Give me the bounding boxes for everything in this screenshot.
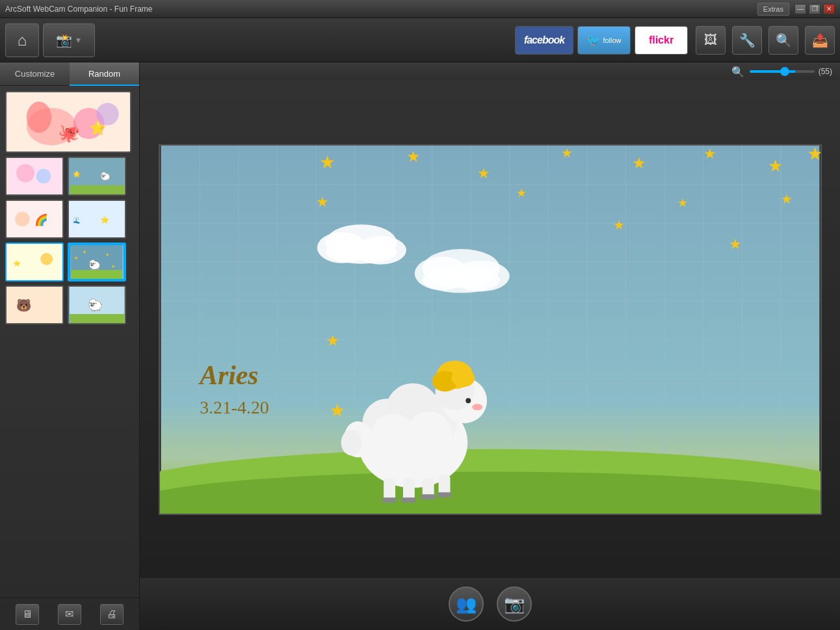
svg-text:★: ★ bbox=[729, 235, 742, 252]
thumb-art-7: ★ ★ ★ ★ 🐑 bbox=[69, 244, 125, 280]
svg-text:★: ★ bbox=[767, 156, 782, 174]
svg-text:★: ★ bbox=[703, 146, 716, 162]
svg-point-9 bbox=[36, 169, 51, 183]
svg-rect-110 bbox=[402, 478, 414, 501]
thumb-row-5: 🐻 🐑 bbox=[5, 285, 134, 324]
sidebar-bottom: 🖥 ✉ 🖨 bbox=[0, 597, 139, 630]
flickr-button[interactable]: flickr bbox=[635, 26, 688, 55]
thumbnail-5[interactable]: 🌊 ⭐ bbox=[68, 200, 126, 239]
svg-text:★: ★ bbox=[477, 164, 490, 181]
mail-icon: ✉ bbox=[65, 608, 73, 620]
camera-icon: 📷 bbox=[504, 594, 525, 614]
toolbar: ⌂ 📸 ▼ facebook 🐦 follow flickr 🖼 🔧 🔍 📤 bbox=[0, 18, 840, 62]
restore-button[interactable]: ❐ bbox=[809, 4, 820, 14]
content-area: 🔍 (55) bbox=[140, 62, 840, 630]
svg-text:★: ★ bbox=[780, 192, 792, 206]
zoom-icon: 🔍 bbox=[776, 33, 792, 48]
thumbnail-9[interactable]: 🐑 bbox=[68, 285, 126, 324]
group-action-button[interactable]: 👥 bbox=[449, 586, 484, 622]
svg-text:🐻: 🐻 bbox=[16, 298, 32, 313]
svg-text:★: ★ bbox=[315, 194, 328, 210]
print-icon: 🖨 bbox=[107, 609, 117, 620]
svg-rect-33 bbox=[70, 314, 124, 323]
twitter-icon: 🐦 bbox=[586, 33, 601, 47]
thumbnail-4[interactable]: 🌈 bbox=[5, 200, 64, 239]
thumbnail-1[interactable]: 🐙 ⭐ bbox=[5, 91, 131, 153]
sidebar-tabs: Customize Random bbox=[0, 62, 139, 86]
minimize-button[interactable]: — bbox=[794, 4, 806, 14]
twitter-button[interactable]: 🐦 follow bbox=[577, 26, 631, 55]
svg-text:★: ★ bbox=[111, 264, 115, 269]
svg-point-118 bbox=[341, 429, 361, 455]
thumb-art-4: 🌈 bbox=[7, 201, 62, 237]
frame-preview: ★ ★ ★ ★ ★ ★ ★ ★ ★ ★ ★ ★ ★ ★ ★ bbox=[159, 144, 822, 515]
home-icon: ⌂ bbox=[18, 31, 27, 49]
action-bar: 👥 📷 bbox=[140, 578, 840, 630]
photo-icon: 🖼 bbox=[704, 33, 717, 47]
mail-button[interactable]: ✉ bbox=[58, 604, 81, 625]
share-button[interactable]: 📤 bbox=[805, 26, 835, 55]
thumbnail-grid: 🐙 ⭐ bbox=[0, 86, 139, 597]
svg-rect-11 bbox=[70, 185, 124, 194]
thumbnail-8[interactable]: 🐻 bbox=[5, 285, 64, 324]
svg-point-89 bbox=[422, 267, 499, 293]
svg-text:★: ★ bbox=[561, 146, 573, 160]
svg-text:★: ★ bbox=[677, 196, 687, 209]
svg-rect-116 bbox=[437, 492, 451, 497]
svg-text:★: ★ bbox=[74, 256, 78, 260]
share-icon: 📤 bbox=[812, 33, 828, 48]
extras-button[interactable]: Extras bbox=[757, 3, 789, 16]
svg-point-107 bbox=[466, 398, 471, 403]
thumb-art-3: 🌟 🐑 bbox=[69, 158, 125, 194]
svg-rect-113 bbox=[382, 497, 397, 503]
svg-text:Aries: Aries bbox=[198, 360, 258, 390]
zoom-slider[interactable] bbox=[750, 70, 815, 73]
frame-svg: ★ ★ ★ ★ ★ ★ ★ ★ ★ ★ ★ ★ ★ ★ ★ bbox=[160, 146, 820, 514]
svg-rect-30 bbox=[7, 287, 62, 323]
svg-text:★: ★ bbox=[319, 151, 335, 172]
settings-button[interactable]: 🔧 bbox=[732, 26, 762, 55]
home-button[interactable]: ⌂ bbox=[5, 23, 39, 57]
settings-icon: 🔧 bbox=[739, 33, 755, 48]
thumbnail-7[interactable]: ★ ★ ★ ★ 🐑 bbox=[68, 243, 126, 282]
svg-point-8 bbox=[16, 164, 34, 182]
window-controls: — ❐ ✕ bbox=[794, 4, 835, 14]
thumbnail-2[interactable] bbox=[5, 157, 64, 196]
close-button[interactable]: ✕ bbox=[823, 4, 835, 14]
svg-point-15 bbox=[15, 212, 29, 226]
photo-upload-button[interactable]: 🖼 bbox=[696, 26, 726, 55]
sidebar: Customize Random 🐙 bbox=[0, 62, 140, 630]
capture-icon: 📸 bbox=[56, 33, 72, 48]
thumb-row-1: 🐙 ⭐ bbox=[5, 91, 134, 153]
svg-point-2 bbox=[27, 101, 51, 133]
monitor-button[interactable]: 🖥 bbox=[16, 604, 39, 625]
tab-customize[interactable]: Customize bbox=[0, 62, 70, 86]
print-button[interactable]: 🖨 bbox=[100, 604, 124, 625]
thumb-art-2 bbox=[7, 158, 62, 194]
flickr-label: flickr bbox=[649, 34, 674, 46]
zoom-slider-container: (55) bbox=[750, 67, 832, 76]
capture-button[interactable]: 📸 ▼ bbox=[43, 23, 95, 57]
camera-action-button[interactable]: 📷 bbox=[497, 586, 532, 622]
svg-rect-93 bbox=[161, 497, 819, 514]
thumb-row-4: ⭐ ★ ★ ★ ★ 🐑 bbox=[5, 243, 134, 282]
zoom-value: (55) bbox=[819, 67, 832, 76]
facebook-label: facebook bbox=[524, 34, 564, 46]
svg-rect-114 bbox=[401, 497, 415, 503]
svg-text:🌟: 🌟 bbox=[73, 170, 81, 178]
zoom-search-button[interactable]: 🔍 bbox=[768, 26, 798, 55]
svg-point-22 bbox=[40, 253, 53, 265]
svg-point-108 bbox=[472, 404, 482, 410]
svg-text:🐑: 🐑 bbox=[88, 259, 101, 271]
thumbnail-6[interactable]: ⭐ bbox=[5, 243, 64, 282]
svg-text:🐙: 🐙 bbox=[58, 123, 80, 144]
svg-point-101 bbox=[405, 412, 451, 458]
svg-text:★: ★ bbox=[516, 187, 526, 200]
svg-point-85 bbox=[325, 240, 396, 263]
svg-rect-115 bbox=[421, 494, 435, 499]
svg-rect-24 bbox=[72, 270, 122, 279]
tab-random[interactable]: Random bbox=[70, 62, 139, 86]
thumb-row-2: 🌟 🐑 bbox=[5, 157, 134, 196]
facebook-button[interactable]: facebook bbox=[515, 26, 573, 55]
thumbnail-3[interactable]: 🌟 🐑 bbox=[68, 157, 126, 196]
